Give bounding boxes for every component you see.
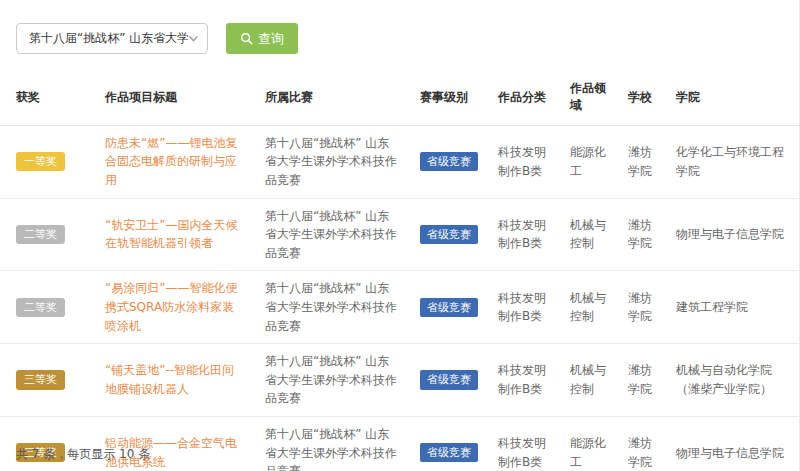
column-header-college: 学院	[659, 70, 800, 125]
competition-cell: 第十八届“挑战杯” 山东省大学生课外学术科技作品竞赛	[248, 125, 403, 198]
competition-cell: 第十八届“挑战杯” 山东省大学生课外学术科技作品竞赛	[248, 344, 403, 417]
project-title-link[interactable]: 防患未“燃”——锂电池复合固态电解质的研制与应用	[105, 136, 237, 187]
column-header-award: 获奖	[0, 70, 88, 125]
school-cell: 潍坊学院	[611, 198, 659, 271]
results-page: 第十八届“挑战杯” 山东省大学生课... 查询 获奖 作品项目标题 所属比赛 赛…	[0, 0, 800, 471]
search-icon	[240, 32, 253, 45]
level-badge: 省级竞赛	[420, 370, 478, 389]
results-table: 获奖 作品项目标题 所属比赛 赛事级别 作品分类 作品领域 学校 学院 一等奖 …	[0, 70, 800, 471]
competition-select[interactable]: 第十八届“挑战杯” 山东省大学生课...	[16, 23, 208, 54]
award-badge: 一等奖	[16, 152, 65, 171]
column-header-school: 学校	[611, 70, 659, 125]
competition-cell: 第十八届“挑战杯” 山东省大学生课外学术科技作品竞赛	[248, 416, 403, 471]
table-row: 二等奖 “易涂同归”——智能化便携式SQRA防水涂料家装喷涂机 第十八届“挑战杯…	[0, 271, 800, 344]
college-cell: 化学化工与环境工程学院	[659, 125, 800, 198]
field-cell: 机械与控制	[553, 344, 611, 417]
level-badge: 省级竞赛	[420, 298, 478, 317]
search-toolbar: 第十八届“挑战杯” 山东省大学生课... 查询	[16, 23, 298, 54]
award-badge: 二等奖	[16, 225, 65, 244]
chevron-down-icon	[188, 33, 199, 44]
table-row: 一等奖 防患未“燃”——锂电池复合固态电解质的研制与应用 第十八届“挑战杯” 山…	[0, 125, 800, 198]
project-title-link[interactable]: “轨安卫士”—国内全天候在轨智能机器引领者	[105, 218, 237, 251]
category-cell: 科技发明制作B类	[481, 416, 553, 471]
field-cell: 能源化工	[553, 416, 611, 471]
category-cell: 科技发明制作B类	[481, 344, 553, 417]
field-cell: 能源化工	[553, 125, 611, 198]
column-header-level: 赛事级别	[403, 70, 481, 125]
search-button[interactable]: 查询	[226, 23, 298, 54]
results-table-body: 一等奖 防患未“燃”——锂电池复合固态电解质的研制与应用 第十八届“挑战杯” 山…	[0, 125, 800, 471]
project-title-link[interactable]: “铺天盖地”--智能化田间地膜铺设机器人	[105, 363, 234, 396]
table-row: 三等奖 “铺天盖地”--智能化田间地膜铺设机器人 第十八届“挑战杯” 山东省大学…	[0, 344, 800, 417]
college-cell: 建筑工程学院	[659, 271, 800, 344]
project-title-link[interactable]: “易涂同归”——智能化便携式SQRA防水涂料家装喷涂机	[105, 281, 237, 332]
column-header-field: 作品领域	[553, 70, 611, 125]
college-cell: 物理与电子信息学院	[659, 198, 800, 271]
college-cell: 机械与自动化学院（潍柴产业学院）	[659, 344, 800, 417]
level-badge: 省级竞赛	[420, 443, 478, 462]
category-cell: 科技发明制作B类	[481, 125, 553, 198]
category-cell: 科技发明制作B类	[481, 198, 553, 271]
search-button-label: 查询	[258, 30, 284, 48]
college-cell: 物理与电子信息学院	[659, 416, 800, 471]
column-header-category: 作品分类	[481, 70, 553, 125]
school-cell: 潍坊学院	[611, 344, 659, 417]
column-header-title: 作品项目标题	[88, 70, 248, 125]
field-cell: 机械与控制	[553, 271, 611, 344]
column-header-competition: 所属比赛	[248, 70, 403, 125]
table-row: 二等奖 “轨安卫士”—国内全天候在轨智能机器引领者 第十八届“挑战杯” 山东省大…	[0, 198, 800, 271]
competition-cell: 第十八届“挑战杯” 山东省大学生课外学术科技作品竞赛	[248, 198, 403, 271]
competition-cell: 第十八届“挑战杯” 山东省大学生课外学术科技作品竞赛	[248, 271, 403, 344]
table-header-row: 获奖 作品项目标题 所属比赛 赛事级别 作品分类 作品领域 学校 学院	[0, 70, 800, 125]
school-cell: 潍坊学院	[611, 271, 659, 344]
competition-select-value: 第十八届“挑战杯” 山东省大学生课...	[29, 30, 188, 47]
award-badge: 二等奖	[16, 298, 65, 317]
pagination-summary: 共 7 条，每页显示 10 条	[16, 446, 150, 463]
field-cell: 机械与控制	[553, 198, 611, 271]
school-cell: 潍坊学院	[611, 125, 659, 198]
award-badge: 三等奖	[16, 370, 65, 389]
level-badge: 省级竞赛	[420, 152, 478, 171]
school-cell: 潍坊学院	[611, 416, 659, 471]
category-cell: 科技发明制作B类	[481, 271, 553, 344]
level-badge: 省级竞赛	[420, 225, 478, 244]
